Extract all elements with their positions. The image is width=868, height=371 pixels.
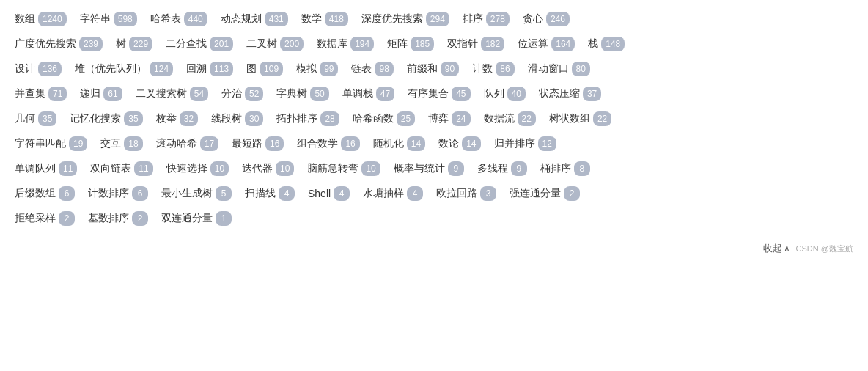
tag-name: 二叉搜索树	[136, 87, 187, 100]
tag-item[interactable]: 模拟99	[296, 62, 338, 76]
tag-item[interactable]: 字典树50	[276, 87, 328, 101]
tag-item[interactable]: 脑筋急转弯10	[307, 161, 380, 176]
tag-count: 9	[511, 161, 527, 176]
tag-item[interactable]: 单调栈47	[342, 87, 394, 101]
tag-item[interactable]: 动态规划431	[221, 12, 288, 26]
tag-name: 前缀和	[407, 62, 438, 76]
tag-item[interactable]: 滑动窗口80	[528, 62, 590, 76]
tag-item[interactable]: 双连通分量1	[161, 211, 232, 226]
tag-item[interactable]: 有序集合45	[408, 87, 470, 101]
tag-item[interactable]: 排序278	[463, 12, 510, 26]
tag-item[interactable]: 链表98	[351, 62, 393, 76]
tag-item[interactable]: 单调队列11	[15, 161, 77, 176]
tag-count: 4	[334, 186, 350, 201]
tag-count: 5	[216, 186, 232, 201]
tag-item[interactable]: 最小生成树5	[161, 186, 232, 201]
tag-name: 数组	[15, 12, 35, 26]
tag-item[interactable]: 深度优先搜索294	[361, 12, 449, 26]
tag-name: 哈希函数	[353, 112, 394, 125]
tag-name: 最短路	[232, 137, 262, 150]
tag-item[interactable]: 树状数组22	[549, 111, 611, 126]
tag-item[interactable]: 枚举32	[156, 111, 198, 126]
tag-count: 24	[452, 111, 470, 126]
tag-item[interactable]: 后缀数组6	[15, 186, 75, 201]
tag-count: 418	[325, 12, 348, 26]
tag-item[interactable]: 位运算164	[518, 37, 575, 51]
tag-item[interactable]: 组合数学16	[297, 136, 359, 151]
tag-item[interactable]: 桶排序8	[540, 161, 590, 176]
tag-count: 11	[134, 161, 152, 176]
tag-name: 双向链表	[90, 162, 131, 175]
tag-item[interactable]: 拓扑排序28	[276, 111, 339, 126]
tag-item[interactable]: 强连通分量2	[510, 186, 580, 201]
tag-item[interactable]: 字符串598	[80, 12, 137, 26]
tag-item[interactable]: 二叉树200	[246, 37, 304, 51]
tag-item[interactable]: 博弈24	[428, 111, 470, 126]
tag-item[interactable]: 前缀和90	[407, 62, 459, 76]
tag-item[interactable]: 设计136	[15, 62, 62, 76]
tag-item[interactable]: 水塘抽样4	[363, 186, 423, 201]
tag-item[interactable]: 滚动哈希17	[156, 136, 218, 151]
tag-name: 分治	[221, 87, 242, 100]
tag-item[interactable]: 数据流22	[484, 111, 536, 126]
tag-item[interactable]: 递归61	[80, 87, 122, 101]
collapse-button[interactable]: 收起 ∧	[763, 242, 790, 255]
tag-row-6: 单调队列11双向链表11快速选择10迭代器10脑筋急转弯10概率与统计9多线程9…	[15, 161, 853, 179]
tag-item[interactable]: 归并排序12	[494, 136, 556, 151]
tag-item[interactable]: 二叉搜索树54	[136, 87, 208, 101]
tag-item[interactable]: 二分查找201	[166, 37, 233, 51]
tag-item[interactable]: 哈希表440	[150, 12, 207, 26]
tag-name: 二叉树	[246, 37, 277, 51]
tag-item[interactable]: 基数排序2	[88, 211, 148, 226]
tag-item[interactable]: 概率与统计9	[394, 161, 464, 176]
tag-item[interactable]: 数据库194	[317, 37, 374, 51]
tag-item[interactable]: 哈希函数25	[353, 111, 415, 126]
tag-item[interactable]: 迭代器10	[242, 161, 294, 176]
tag-count: 35	[38, 111, 56, 126]
tag-item[interactable]: 记忆化搜索35	[70, 111, 142, 126]
tag-count: 22	[518, 111, 536, 126]
tag-item[interactable]: 扫描线4	[245, 186, 295, 201]
tag-item[interactable]: 贪心246	[523, 12, 570, 26]
tag-item[interactable]: 交互18	[100, 136, 142, 151]
tag-item[interactable]: 几何35	[15, 111, 56, 126]
tag-item[interactable]: 广度优先搜索239	[15, 37, 103, 51]
tag-count: 16	[341, 136, 359, 151]
tag-name: 递归	[80, 87, 100, 100]
tag-item[interactable]: 欧拉回路3	[436, 186, 496, 201]
tag-item[interactable]: 字符串匹配19	[15, 136, 87, 151]
tag-name: 扫描线	[245, 187, 276, 200]
tag-item[interactable]: 树229	[116, 37, 152, 51]
tag-item[interactable]: 双指针182	[447, 37, 504, 51]
tag-item[interactable]: 双向链表11	[90, 161, 152, 176]
tag-item[interactable]: 栈148	[588, 37, 625, 51]
tag-item[interactable]: 队列40	[484, 87, 526, 101]
tag-item[interactable]: 随机化14	[373, 136, 425, 151]
tag-item[interactable]: 并查集71	[15, 87, 67, 101]
tag-item[interactable]: 多线程9	[477, 161, 527, 176]
tag-item[interactable]: 计数排序6	[88, 186, 148, 201]
tag-name: 位运算	[518, 37, 548, 51]
tag-name: 快速选择	[166, 162, 207, 175]
tag-item[interactable]: 快速选择10	[166, 161, 229, 176]
tag-item[interactable]: 状态压缩37	[539, 87, 601, 101]
tag-item[interactable]: 最短路16	[232, 136, 284, 151]
tag-item[interactable]: 分治52	[221, 87, 263, 101]
tag-item[interactable]: 数组1240	[15, 12, 67, 26]
tag-item[interactable]: 堆（优先队列）124	[75, 62, 173, 76]
tag-name: 水塘抽样	[363, 187, 404, 200]
tag-item[interactable]: 图109	[246, 62, 283, 76]
tag-name: 队列	[484, 87, 504, 100]
tag-item[interactable]: 计数86	[472, 62, 514, 76]
tag-item[interactable]: 数论14	[438, 136, 480, 151]
collapse-icon: ∧	[784, 243, 790, 254]
tag-row-3: 并查集71递归61二叉搜索树54分治52字典树50单调栈47有序集合45队列40…	[15, 87, 853, 104]
tag-item[interactable]: 回溯113	[186, 62, 233, 76]
tag-item[interactable]: 拒绝采样2	[15, 211, 75, 226]
tag-item[interactable]: 线段树30	[211, 111, 263, 126]
tag-item[interactable]: Shell4	[308, 186, 350, 201]
tag-item[interactable]: 数学418	[301, 12, 348, 26]
tag-count: 12	[538, 136, 556, 151]
tag-item[interactable]: 矩阵185	[387, 37, 434, 51]
tag-name: 随机化	[373, 137, 404, 150]
